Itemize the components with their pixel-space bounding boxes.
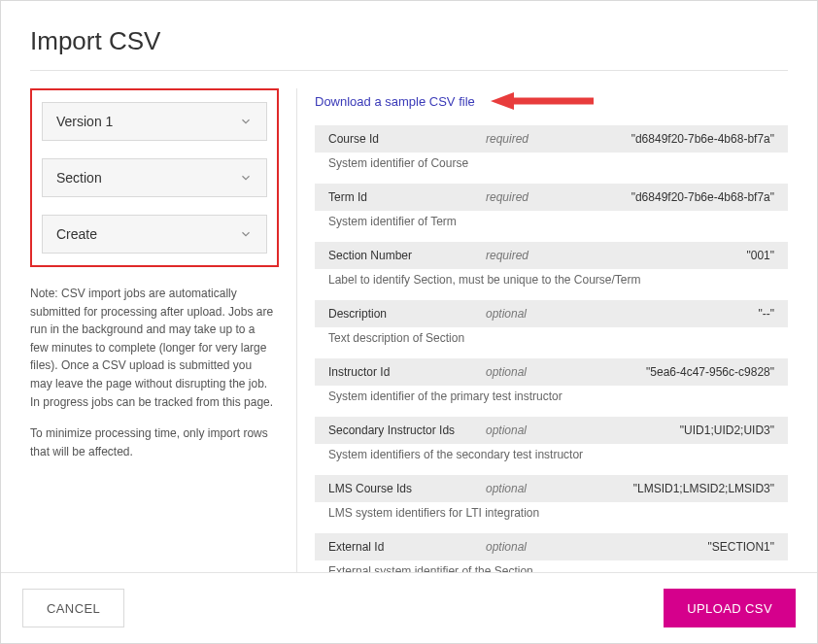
field-example: "--"	[583, 307, 788, 321]
svg-marker-1	[491, 92, 514, 110]
field-row: Course Idrequired"d6849f20-7b6e-4b68-bf7…	[315, 125, 788, 153]
note-text-2: To minimize processing time, only import…	[30, 424, 279, 460]
field-example: "LMSID1;LMSID2;LMSID3"	[583, 482, 788, 495]
action-dropdown[interactable]: Create	[42, 215, 267, 254]
upload-csv-button[interactable]: UPLOAD CSV	[664, 589, 796, 627]
field-name: Course Id	[315, 132, 486, 146]
import-csv-dialog: Import CSV Version 1 Section	[0, 0, 818, 644]
field-block: LMS Course Idsoptional"LMSID1;LMSID2;LMS…	[315, 475, 788, 527]
field-example: "d6849f20-7b6e-4b68-bf7a"	[583, 190, 788, 204]
field-row: LMS Course Idsoptional"LMSID1;LMSID2;LMS…	[315, 475, 788, 502]
field-row: External Idoptional"SECTION1"	[315, 533, 788, 560]
chevron-down-icon	[239, 171, 253, 185]
field-requirement: required	[486, 249, 583, 262]
field-name: Section Number	[315, 249, 486, 262]
field-name: LMS Course Ids	[315, 482, 486, 495]
field-block: Instructor Idoptional"5ea6-4c47-956c-c98…	[315, 358, 788, 411]
sample-link-row: Download a sample CSV file	[315, 90, 788, 112]
field-row: Section Numberrequired"001"	[315, 242, 788, 269]
chevron-down-icon	[239, 227, 253, 241]
action-dropdown-label: Create	[56, 226, 97, 242]
download-sample-link[interactable]: Download a sample CSV file	[315, 94, 475, 109]
field-example: "UID1;UID2;UID3"	[583, 424, 788, 437]
field-description: System identifier of the primary test in…	[315, 386, 788, 411]
field-description: System identifier of Course	[315, 153, 788, 178]
field-description: Text description of Section	[315, 327, 788, 353]
chevron-down-icon	[239, 115, 253, 128]
field-requirement: optional	[486, 307, 583, 321]
field-row: Term Idrequired"d6849f20-7b6e-4b68-bf7a"	[315, 184, 788, 211]
field-description: Label to identify Section, must be uniqu…	[315, 269, 788, 294]
field-name: Description	[315, 307, 486, 321]
right-column: Download a sample CSV file Course Idrequ…	[315, 88, 788, 572]
note-text-1: Note: CSV import jobs are automatically …	[30, 285, 279, 411]
callout-arrow-icon	[489, 90, 596, 112]
field-name: Instructor Id	[315, 365, 486, 379]
field-block: Secondary Instructor Idsoptional"UID1;UI…	[315, 417, 788, 469]
field-block: Course Idrequired"d6849f20-7b6e-4b68-bf7…	[315, 125, 788, 178]
version-dropdown[interactable]: Version 1	[42, 102, 267, 141]
entity-dropdown-label: Section	[56, 170, 102, 186]
field-requirement: optional	[486, 365, 583, 379]
field-block: External Idoptional"SECTION1"External sy…	[315, 533, 788, 572]
two-column-layout: Version 1 Section Create	[30, 88, 788, 572]
fields-list: Course Idrequired"d6849f20-7b6e-4b68-bf7…	[315, 125, 788, 572]
field-description: LMS system identifiers for LTI integrati…	[315, 502, 788, 527]
field-row: Instructor Idoptional"5ea6-4c47-956c-c98…	[315, 358, 788, 386]
field-requirement: optional	[486, 540, 583, 554]
field-description: System identifier of Term	[315, 211, 788, 236]
field-block: Term Idrequired"d6849f20-7b6e-4b68-bf7a"…	[315, 184, 788, 236]
field-block: Section Numberrequired"001"Label to iden…	[315, 242, 788, 294]
options-highlight-box: Version 1 Section Create	[30, 88, 279, 267]
field-requirement: required	[486, 190, 583, 204]
entity-dropdown[interactable]: Section	[42, 158, 267, 197]
version-dropdown-label: Version 1	[56, 114, 113, 129]
page-title: Import CSV	[30, 26, 788, 56]
field-example: "001"	[583, 249, 788, 262]
field-row: Secondary Instructor Idsoptional"UID1;UI…	[315, 417, 788, 444]
field-description: External system identifier of the Sectio…	[315, 560, 788, 572]
column-divider	[296, 88, 297, 572]
dialog-content: Import CSV Version 1 Section	[1, 1, 817, 572]
field-example: "d6849f20-7b6e-4b68-bf7a"	[583, 132, 788, 146]
field-row: Descriptionoptional"--"	[315, 300, 788, 327]
cancel-button[interactable]: CANCEL	[22, 589, 124, 627]
field-name: Secondary Instructor Ids	[315, 424, 486, 437]
field-name: Term Id	[315, 190, 486, 204]
field-example: "5ea6-4c47-956c-c9828"	[583, 365, 788, 379]
left-column: Version 1 Section Create	[30, 88, 279, 474]
field-block: Descriptionoptional"--"Text description …	[315, 300, 788, 353]
field-description: System identifiers of the secondary test…	[315, 444, 788, 469]
title-divider	[30, 70, 788, 71]
field-requirement: required	[486, 132, 583, 146]
field-name: External Id	[315, 540, 486, 554]
field-requirement: optional	[486, 424, 583, 437]
field-example: "SECTION1"	[583, 540, 788, 554]
dialog-footer: CANCEL UPLOAD CSV	[1, 572, 817, 643]
field-requirement: optional	[486, 482, 583, 495]
